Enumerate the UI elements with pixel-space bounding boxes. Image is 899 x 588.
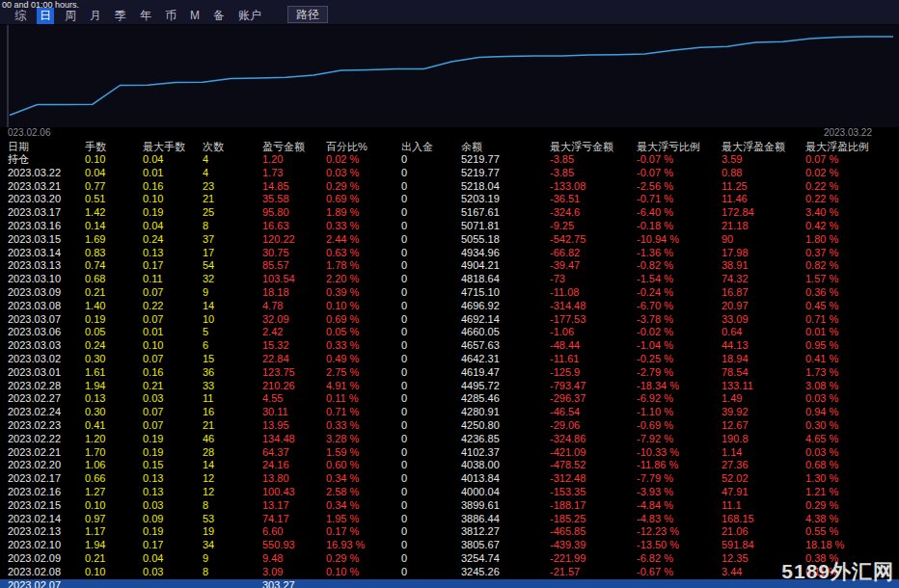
- cell: 0.09: [143, 513, 203, 526]
- cell: 0.24: [143, 233, 203, 247]
- cell: 1.73: [262, 167, 326, 180]
- table-row[interactable]: 2023.03.210.770.162314.850.29 %05218.04-…: [0, 180, 899, 194]
- cell: 32: [203, 273, 262, 286]
- app-window: 00 and 01:00 hours. 综日周月季年币M备账户 路径 023.0…: [0, 0, 899, 588]
- nav-tab-4[interactable]: 季: [112, 8, 129, 24]
- cell: 9: [203, 552, 262, 566]
- table-row[interactable]: 2023.02.230.410.072113.950.33 %04250.80-…: [0, 419, 899, 433]
- table-row[interactable]: 2023.02.090.210.0499.480.29 %03254.74-22…: [0, 552, 899, 566]
- cell: 4818.64: [461, 273, 550, 286]
- cell: 0.21: [85, 286, 143, 300]
- cell: 0: [401, 180, 461, 194]
- cell: 0: [401, 446, 461, 460]
- table-row[interactable]: 2023.02.131.170.19196.600.17 %03812.27-4…: [0, 525, 899, 539]
- cell: 0.37 %: [805, 247, 897, 260]
- cell: 0.10 %: [326, 300, 401, 313]
- table-row[interactable]: 2023.02.201.060.151424.160.60 %04038.00-…: [0, 459, 899, 472]
- table-row[interactable]: 2023.02.07303.27: [0, 579, 899, 588]
- cell: 54: [203, 259, 262, 273]
- cell: 0.04: [143, 552, 203, 566]
- column-header[interactable]: 盈亏金额: [262, 140, 326, 153]
- cell: 1.69: [85, 233, 143, 247]
- cell: 5055.18: [461, 233, 550, 247]
- cell: 0.29 %: [326, 552, 401, 566]
- nav-tab-7[interactable]: M: [187, 8, 203, 24]
- table-row[interactable]: 2023.02.101.940.1734550.9316.93 %03805.6…: [0, 539, 899, 552]
- table-row[interactable]: 2023.03.200.510.102135.580.69 %05203.19-…: [0, 193, 899, 206]
- table-row[interactable]: 2023.02.140.970.095374.171.95 %03886.44-…: [0, 513, 899, 526]
- column-header[interactable]: 最大浮亏比例: [637, 140, 722, 153]
- cell: 2023.02.27: [8, 392, 85, 406]
- column-header[interactable]: 最大浮盈金额: [722, 140, 805, 153]
- column-header[interactable]: 最大浮亏金额: [550, 140, 637, 153]
- nav-tab-1[interactable]: 日: [37, 8, 54, 24]
- table-row[interactable]: 2023.03.090.210.07918.180.39 %04715.10-1…: [0, 286, 899, 300]
- nav-tab-2[interactable]: 周: [62, 8, 79, 24]
- nav-tab-8[interactable]: 备: [210, 8, 228, 24]
- table-row[interactable]: 持仓0.100.0441.200.02 %05219.77-3.85-0.07 …: [0, 153, 899, 167]
- table-row[interactable]: 2023.03.151.690.2437120.222.44 %05055.18…: [0, 233, 899, 247]
- cell: 0.22: [143, 300, 203, 313]
- cell: 0: [401, 326, 461, 339]
- table-row[interactable]: 2023.03.220.040.0141.730.03 %05219.77-3.…: [0, 167, 899, 180]
- cell: 4280.91: [461, 406, 550, 419]
- cell: 0.83: [85, 247, 143, 260]
- table-row[interactable]: 2023.02.161.270.1312100.432.58 %04000.04…: [0, 486, 899, 499]
- cell: 0.69 %: [326, 193, 401, 206]
- column-header[interactable]: 日期: [8, 140, 85, 153]
- cell: 0: [401, 193, 461, 206]
- cell: 11.1: [722, 499, 805, 513]
- cell: 0.13: [85, 392, 143, 406]
- table-row[interactable]: 2023.03.030.240.10615.320.33 %04657.63-4…: [0, 339, 899, 353]
- table-row[interactable]: 2023.02.170.660.131213.800.34 %04013.84-…: [0, 472, 899, 486]
- table-row[interactable]: 2023.02.150.100.03813.170.34 %03899.61-1…: [0, 499, 899, 513]
- cell: 123.75: [262, 366, 326, 380]
- nav-tab-6[interactable]: 币: [162, 8, 179, 24]
- table-row[interactable]: 2023.02.240.300.071630.110.71 %04280.91-…: [0, 406, 899, 419]
- nav-tab-5[interactable]: 年: [137, 8, 154, 24]
- nav-tab-0[interactable]: 综: [12, 8, 29, 24]
- table-row[interactable]: 2023.02.080.100.0383.090.10 %03245.26-21…: [0, 566, 899, 579]
- path-button[interactable]: 路径: [287, 6, 328, 23]
- table-row[interactable]: 2023.03.060.050.0152.420.05 %04660.05-1.…: [0, 326, 899, 339]
- table-row[interactable]: 2023.03.070.190.071032.090.69 %04692.14-…: [0, 313, 899, 327]
- column-header[interactable]: 最大手数: [143, 140, 203, 153]
- table-row[interactable]: 2023.03.011.610.1636123.752.75 %04619.47…: [0, 366, 899, 380]
- table-row[interactable]: 2023.02.281.940.2133210.264.91 %04495.72…: [0, 380, 899, 393]
- cell: -125.9: [550, 366, 637, 380]
- table-row[interactable]: 2023.03.171.420.192595.801.89 %05167.61-…: [0, 206, 899, 220]
- cell: 2023.02.23: [8, 419, 85, 433]
- cell: 0.30 %: [805, 419, 897, 433]
- nav-tab-9[interactable]: 账户: [235, 8, 264, 24]
- cell: 0: [401, 433, 461, 446]
- column-header[interactable]: 手数: [85, 140, 143, 153]
- cell: 14.85: [262, 180, 326, 194]
- table-row[interactable]: 2023.03.160.140.04816.630.33 %05071.81-9…: [0, 220, 899, 233]
- column-header[interactable]: 余额: [461, 140, 550, 153]
- table-row[interactable]: 2023.02.270.130.03114.550.11 %04285.46-2…: [0, 392, 899, 406]
- cell: 52.02: [722, 472, 805, 486]
- cell: 0: [401, 273, 461, 286]
- table-row[interactable]: 2023.03.130.740.175485.571.78 %04904.21-…: [0, 259, 899, 273]
- nav-tab-3[interactable]: 月: [87, 8, 104, 24]
- table-row[interactable]: 2023.03.081.400.22144.780.10 %04696.92-3…: [0, 300, 899, 313]
- cell: 0.17: [143, 259, 203, 273]
- column-header[interactable]: 次数: [203, 140, 262, 153]
- table-row[interactable]: 2023.03.020.300.071522.840.49 %04642.31-…: [0, 353, 899, 366]
- cell: 2023.03.15: [8, 233, 85, 247]
- column-header[interactable]: 百分比%: [326, 140, 401, 153]
- table-row[interactable]: 2023.02.211.700.192864.371.59 %04102.37-…: [0, 446, 899, 460]
- cell: 44.13: [722, 339, 805, 353]
- cell: 4: [203, 153, 262, 167]
- cell: -2.79 %: [637, 366, 722, 380]
- column-header[interactable]: 出入金: [401, 140, 461, 153]
- table-row[interactable]: 2023.02.221.200.1946134.483.28 %04236.85…: [0, 433, 899, 446]
- cell: 0.36 %: [805, 286, 897, 300]
- cell: 3886.44: [461, 513, 550, 526]
- table-row[interactable]: 2023.03.140.830.131730.750.63 %04934.96-…: [0, 247, 899, 260]
- table-row[interactable]: 2023.03.100.680.1132103.542.20 %04818.64…: [0, 273, 899, 286]
- cell: 8: [203, 220, 262, 233]
- column-header[interactable]: 最大浮盈比例: [805, 140, 897, 153]
- cell: 0.19: [143, 446, 203, 460]
- cell: [550, 579, 637, 588]
